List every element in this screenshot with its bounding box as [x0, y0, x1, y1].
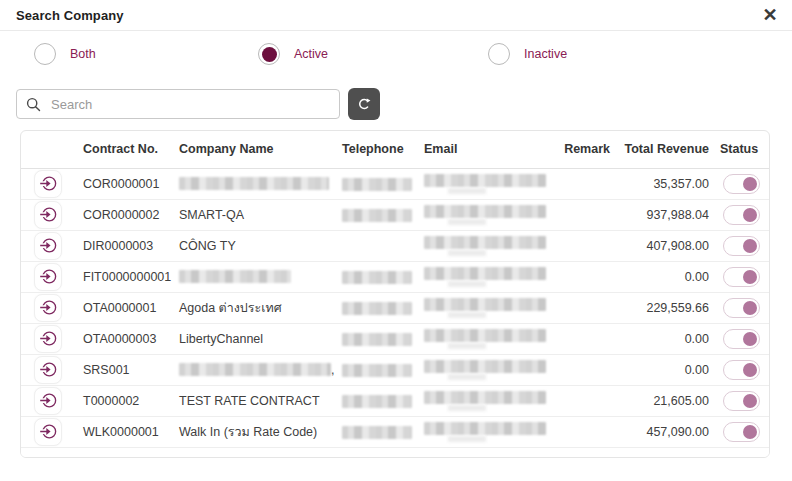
redacted-telephone — [342, 333, 412, 346]
company-table: Contract No. Company Name Telephone Emai… — [20, 130, 770, 458]
redacted-email — [424, 267, 546, 280]
status-filter-group: Both Active Inactive — [0, 31, 792, 77]
table-row: COR0000001 35,357.00 — [21, 168, 769, 199]
company-name: SMART-QA — [179, 208, 244, 222]
table-row: SRS001 , 0.00 — [21, 354, 769, 385]
table-row: T0000002 TEST RATE CONTRACT 21,605.00 — [21, 385, 769, 416]
select-company-button[interactable] — [34, 387, 62, 415]
table-row: OTA0000003 LibertyChannel 0.00 — [21, 323, 769, 354]
redacted-telephone — [342, 302, 412, 315]
search-input[interactable] — [49, 96, 330, 113]
select-company-button[interactable] — [34, 232, 62, 260]
company-name: CÔNG TY — [179, 239, 236, 253]
enter-arrow-icon — [39, 329, 58, 348]
redacted-telephone — [342, 178, 412, 191]
status-toggle[interactable] — [723, 298, 760, 318]
redacted-email-line2 — [448, 312, 486, 318]
select-company-button[interactable] — [34, 201, 62, 229]
radio-active[interactable]: Active — [258, 39, 328, 69]
table-footer — [21, 448, 769, 457]
column-remark: Remark — [563, 131, 613, 168]
table-header: Contract No. Company Name Telephone Emai… — [21, 131, 769, 168]
redacted-telephone — [342, 209, 412, 222]
enter-arrow-icon — [39, 391, 58, 410]
enter-arrow-icon — [39, 205, 58, 224]
redacted-telephone — [342, 364, 412, 377]
redacted-email — [424, 329, 546, 342]
refresh-icon — [355, 95, 373, 113]
redacted-email — [424, 236, 546, 249]
enter-arrow-icon — [39, 422, 58, 441]
total-revenue: 21,605.00 — [653, 394, 709, 408]
redacted-email-line2 — [448, 343, 486, 349]
radio-inactive[interactable]: Inactive — [488, 39, 567, 69]
status-toggle[interactable] — [723, 236, 760, 256]
redacted-email-line2 — [448, 281, 486, 287]
radio-label: Both — [70, 47, 96, 61]
contract-no: FIT0000000001 — [83, 270, 171, 284]
redacted-email — [424, 174, 546, 187]
redacted-email-line2 — [448, 219, 486, 225]
company-name: LibertyChannel — [179, 332, 263, 346]
redacted-email — [424, 360, 546, 373]
status-toggle[interactable] — [723, 174, 760, 194]
company-name: Agoda ต่างประเทศ — [179, 301, 282, 315]
column-contract-no: Contract No. — [76, 131, 173, 168]
select-company-button[interactable] — [34, 294, 62, 322]
column-total-revenue: Total Revenue — [613, 131, 713, 168]
column-email: Email — [419, 131, 563, 168]
select-company-button[interactable] — [34, 418, 62, 446]
total-revenue: 0.00 — [685, 270, 709, 284]
redacted-telephone — [342, 426, 412, 439]
select-company-button[interactable] — [34, 325, 62, 353]
radio-circle[interactable] — [258, 43, 280, 65]
select-company-button[interactable] — [34, 356, 62, 384]
contract-no: DIR0000003 — [83, 239, 153, 253]
total-revenue: 35,357.00 — [653, 177, 709, 191]
status-toggle[interactable] — [723, 329, 760, 349]
total-revenue: 0.00 — [685, 332, 709, 346]
status-toggle[interactable] — [723, 205, 760, 225]
column-company-name: Company Name — [173, 131, 339, 168]
redacted-email — [424, 391, 546, 404]
radio-label: Active — [294, 47, 328, 61]
status-toggle[interactable] — [723, 391, 760, 411]
select-company-button[interactable] — [34, 263, 62, 291]
refresh-button[interactable] — [348, 88, 380, 120]
redacted-email-line2 — [448, 405, 486, 411]
redacted-company — [179, 270, 291, 283]
contract-no: OTA0000001 — [83, 301, 156, 315]
radio-circle[interactable] — [488, 43, 510, 65]
radio-both[interactable]: Both — [34, 39, 96, 69]
select-company-button[interactable] — [34, 170, 62, 198]
column-status: Status — [713, 131, 769, 168]
total-revenue: 229,559.66 — [646, 301, 709, 315]
status-toggle[interactable] — [723, 422, 760, 442]
table-row: COR0000002 SMART-QA 937,988.04 — [21, 199, 769, 230]
status-toggle[interactable] — [723, 267, 760, 287]
contract-no: SRS001 — [83, 363, 130, 377]
redacted-email-line2 — [448, 374, 486, 380]
table-row: FIT0000000001 0.00 — [21, 261, 769, 292]
redacted-telephone — [342, 395, 412, 408]
contract-no: COR0000002 — [83, 208, 159, 222]
table-body: COR0000001 35,357.00 COR0000002 — [21, 168, 769, 447]
status-toggle[interactable] — [723, 360, 760, 380]
redacted-company — [179, 363, 331, 376]
enter-arrow-icon — [39, 267, 58, 286]
redacted-email — [424, 422, 546, 435]
total-revenue: 0.00 — [685, 363, 709, 377]
total-revenue: 407,908.00 — [646, 239, 709, 253]
company-name: Walk In (รวม Rate Code) — [179, 425, 317, 439]
table-row: WLK0000001 Walk In (รวม Rate Code) 457,0… — [21, 416, 769, 447]
redacted-email-line2 — [448, 250, 486, 256]
contract-no: WLK0000001 — [83, 425, 159, 439]
redacted-email-line2 — [448, 436, 486, 442]
column-telephone: Telephone — [339, 131, 419, 168]
radio-circle[interactable] — [34, 43, 56, 65]
company-name: TEST RATE CONTRACT — [179, 394, 320, 408]
close-icon[interactable]: ✕ — [756, 1, 784, 29]
redacted-telephone — [342, 271, 412, 284]
contract-no: COR0000001 — [83, 177, 159, 191]
modal-header: Search Company ✕ — [0, 0, 792, 31]
